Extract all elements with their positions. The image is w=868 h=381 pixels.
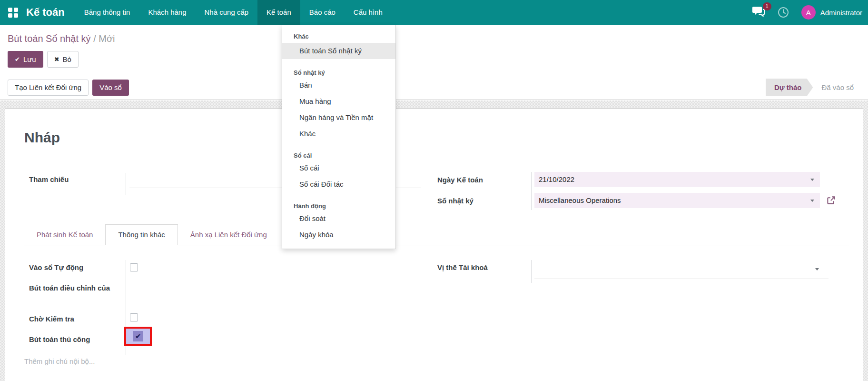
apps-menu-icon[interactable]	[8, 8, 18, 18]
statusbar: Tạo Liên kết Đối ứng Vào sổ Dự thảo Đã v…	[0, 75, 868, 100]
auto-post-label: Vào sổ Tự động	[29, 262, 83, 272]
group-divider	[126, 173, 126, 195]
breadcrumb-parent[interactable]: Bút toán Sổ nhật ký	[8, 33, 91, 44]
clock-icon	[778, 7, 789, 18]
menu-item-sales[interactable]: Bán	[282, 77, 395, 93]
reference-label: Tham chiếu	[29, 174, 69, 184]
accounting-date-field[interactable]: 21/10/2022	[534, 172, 820, 187]
avatar[interactable]: A	[801, 5, 816, 20]
messages-button[interactable]: 1	[752, 6, 765, 19]
statusbar-states: Dự thảo Đã vào sổ	[766, 75, 860, 100]
accounting-dropdown-menu: Khác Bút toán Sổ nhật ký Sổ nhật ký Bán …	[282, 25, 396, 249]
messages-badge: 1	[763, 2, 771, 10]
navbar-systray: 1 A Administrator	[752, 5, 862, 20]
nav-item-configuration[interactable]: Cấu hình	[345, 0, 392, 25]
menu-gap	[282, 192, 395, 202]
narration-input[interactable]: Thêm ghi chú nội bộ...	[24, 357, 95, 365]
menu-header-actions: Hành động	[282, 202, 395, 211]
accounting-date-value: 21/10/2022	[539, 175, 574, 183]
form-sheet: Nháp Tham chiếu Ngày Kế toán 21/10/2022 …	[5, 108, 863, 381]
x-icon: ✖	[54, 56, 59, 63]
to-check-label: Chờ Kiểm tra	[29, 314, 74, 324]
state-posted[interactable]: Đã vào sổ	[813, 83, 860, 91]
user-name[interactable]: Administrator	[820, 9, 862, 17]
check-icon: ✔	[135, 332, 141, 340]
state-draft[interactable]: Dự thảo	[766, 79, 813, 96]
journal-field[interactable]: Miscellaneous Operations	[534, 193, 820, 208]
group-divider	[531, 172, 532, 210]
post-button[interactable]: Vào sổ	[92, 80, 129, 96]
top-navbar: Kế toán Bảng thông tin Khách hàng Nhà cu…	[0, 0, 868, 25]
breadcrumb: Bút toán Sổ nhật ký / Mới	[0, 25, 868, 44]
other-info-right-group: Vị thế Tài khoá	[433, 260, 842, 289]
menu-item-misc[interactable]: Khác	[282, 126, 395, 142]
menu-item-journal-entries[interactable]: Bút toán Sổ nhật ký	[282, 43, 395, 59]
group-divider	[531, 260, 532, 283]
menu-item-general-ledger[interactable]: Sổ cái	[282, 160, 395, 176]
page-title: Nháp	[24, 130, 60, 146]
check-icon: ✔	[15, 56, 20, 63]
manual-entry-label: Bút toán thủ công	[29, 334, 90, 344]
tab-other-info[interactable]: Thông tin khác	[105, 224, 178, 245]
auto-post-checkbox[interactable]	[130, 263, 138, 271]
save-button[interactable]: ✔ Lưu	[8, 51, 43, 68]
fiscal-position-field[interactable]	[534, 264, 829, 279]
other-info-left-group: Vào sổ Tự động Bút toán điều chỉnh của C…	[24, 260, 420, 360]
activities-button[interactable]	[778, 7, 789, 18]
external-link-icon[interactable]	[827, 196, 836, 205]
nav-item-vendors[interactable]: Nhà cung cấp	[196, 0, 258, 25]
nav-item-accounting[interactable]: Kế toán	[257, 0, 300, 25]
fiscal-position-label: Vị thế Tài khoá	[437, 262, 488, 272]
menu-header-other: Khác	[282, 32, 395, 41]
menu-gap	[282, 142, 395, 151]
menu-item-lock-dates[interactable]: Ngày khóa	[282, 227, 395, 243]
form-button-row: ✔ Lưu ✖ Bỏ	[0, 44, 868, 68]
menu-header-ledgers: Sổ cái	[282, 151, 395, 160]
save-label: Lưu	[23, 55, 36, 63]
menu-item-bank-cash[interactable]: Ngân hàng và Tiền mặt	[282, 110, 395, 126]
accounting-date-label: Ngày Kế toán	[437, 175, 483, 185]
nav-item-customers[interactable]: Khách hàng	[139, 0, 195, 25]
menu-header-journals: Sổ nhật ký	[282, 69, 395, 77]
chevron-down-icon	[810, 200, 814, 202]
create-counterpart-button[interactable]: Tạo Liên kết Đối ứng	[8, 80, 89, 96]
chevron-down-icon	[810, 179, 814, 181]
chevron-down-icon	[815, 268, 819, 271]
tab-counterpart-mapping[interactable]: Ánh xạ Liên kết Đối ứng	[178, 225, 279, 245]
manual-entry-highlight-box: ✔	[124, 327, 152, 346]
menu-item-partner-ledger[interactable]: Sổ cái Đối tác	[282, 176, 395, 192]
to-check-checkbox[interactable]	[130, 313, 138, 321]
journal-value: Miscellaneous Operations	[539, 196, 621, 204]
manual-entry-checkbox[interactable]: ✔	[133, 331, 143, 341]
journal-label: Sổ nhật ký	[437, 196, 473, 206]
reversed-entry-label: Bút toán điều chỉnh của	[29, 283, 117, 293]
app-brand[interactable]: Kế toán	[26, 6, 65, 19]
date-journal-group: Ngày Kế toán 21/10/2022 Sổ nhật ký Misce…	[433, 172, 842, 224]
control-panel: Bút toán Sổ nhật ký / Mới ✔ Lưu ✖ Bỏ	[0, 25, 868, 68]
nav-item-dashboard[interactable]: Bảng thông tin	[75, 0, 139, 25]
menu-item-purchases[interactable]: Mua hàng	[282, 93, 395, 110]
nav-item-reporting[interactable]: Báo cáo	[300, 0, 345, 25]
menu-item-reconciliation[interactable]: Đối soát	[282, 211, 395, 227]
discard-button[interactable]: ✖ Bỏ	[47, 51, 79, 68]
tab-journal-items[interactable]: Phát sinh Kế toán	[24, 225, 105, 245]
discard-label: Bỏ	[63, 55, 71, 63]
notebook-tabs: Phát sinh Kế toán Thông tin khác Ánh xạ …	[24, 224, 849, 245]
menu-gap	[282, 59, 395, 69]
